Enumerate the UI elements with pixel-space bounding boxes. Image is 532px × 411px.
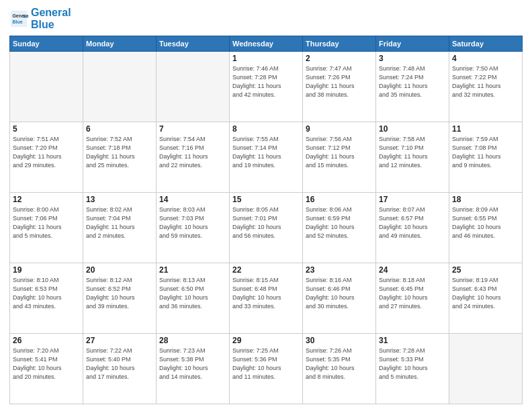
- day-number: 1: [232, 54, 300, 63]
- calendar-cell: 30Sunrise: 7:26 AM Sunset: 5:35 PM Dayli…: [303, 334, 376, 404]
- day-number: 28: [159, 336, 226, 345]
- day-number: 20: [86, 265, 153, 275]
- day-number: 8: [232, 124, 300, 134]
- day-number: 13: [86, 195, 153, 204]
- calendar-cell: 5Sunrise: 7:51 AM Sunset: 7:20 PM Daylig…: [10, 122, 83, 193]
- day-info: Sunrise: 7:26 AM Sunset: 5:35 PM Dayligh…: [306, 347, 373, 381]
- calendar-cell: 27Sunrise: 7:22 AM Sunset: 5:40 PM Dayli…: [83, 334, 157, 404]
- calendar-cell: 9Sunrise: 7:56 AM Sunset: 7:12 PM Daylig…: [303, 122, 376, 193]
- weekday-header: Monday: [83, 36, 157, 52]
- calendar-cell: 18Sunrise: 8:09 AM Sunset: 6:55 PM Dayli…: [449, 193, 523, 263]
- calendar-cell: 2Sunrise: 7:47 AM Sunset: 7:26 PM Daylig…: [303, 52, 376, 122]
- day-number: 10: [379, 124, 446, 134]
- calendar-cell: 25Sunrise: 8:19 AM Sunset: 6:43 PM Dayli…: [449, 263, 523, 334]
- day-info: Sunrise: 7:48 AM Sunset: 7:24 PM Dayligh…: [379, 64, 446, 99]
- calendar-cell: 19Sunrise: 8:10 AM Sunset: 6:53 PM Dayli…: [10, 263, 83, 334]
- day-info: Sunrise: 7:23 AM Sunset: 5:38 PM Dayligh…: [159, 347, 226, 381]
- day-info: Sunrise: 8:13 AM Sunset: 6:50 PM Dayligh…: [159, 276, 226, 311]
- day-info: Sunrise: 7:59 AM Sunset: 7:08 PM Dayligh…: [452, 135, 519, 170]
- calendar-cell: 3Sunrise: 7:48 AM Sunset: 7:24 PM Daylig…: [376, 52, 449, 122]
- day-info: Sunrise: 7:50 AM Sunset: 7:22 PM Dayligh…: [452, 64, 519, 99]
- day-number: 21: [159, 265, 226, 275]
- day-info: Sunrise: 8:12 AM Sunset: 6:52 PM Dayligh…: [86, 276, 153, 311]
- day-info: Sunrise: 7:56 AM Sunset: 7:12 PM Dayligh…: [306, 135, 373, 170]
- calendar-cell: [10, 52, 83, 122]
- weekday-header: Wednesday: [230, 36, 303, 52]
- day-number: 7: [159, 124, 226, 134]
- day-info: Sunrise: 7:22 AM Sunset: 5:40 PM Dayligh…: [86, 347, 153, 381]
- calendar-cell: 4Sunrise: 7:50 AM Sunset: 7:22 PM Daylig…: [449, 52, 523, 122]
- calendar-cell: 31Sunrise: 7:28 AM Sunset: 5:33 PM Dayli…: [376, 334, 449, 404]
- logo: General Blue GeneralBlue: [9, 7, 71, 30]
- day-info: Sunrise: 7:47 AM Sunset: 7:26 PM Dayligh…: [306, 64, 373, 99]
- day-info: Sunrise: 7:58 AM Sunset: 7:10 PM Dayligh…: [379, 135, 446, 170]
- calendar-cell: [449, 334, 523, 404]
- day-info: Sunrise: 8:00 AM Sunset: 7:06 PM Dayligh…: [13, 205, 80, 240]
- day-number: 18: [452, 195, 519, 204]
- calendar-cell: 10Sunrise: 7:58 AM Sunset: 7:10 PM Dayli…: [376, 122, 449, 193]
- day-number: 11: [452, 124, 519, 134]
- day-info: Sunrise: 7:51 AM Sunset: 7:20 PM Dayligh…: [13, 135, 80, 170]
- day-number: 17: [379, 195, 446, 204]
- calendar-cell: 26Sunrise: 7:20 AM Sunset: 5:41 PM Dayli…: [10, 334, 83, 404]
- day-info: Sunrise: 8:16 AM Sunset: 6:46 PM Dayligh…: [306, 276, 373, 311]
- weekday-header: Tuesday: [157, 36, 230, 52]
- calendar-cell: 7Sunrise: 7:54 AM Sunset: 7:16 PM Daylig…: [157, 122, 230, 193]
- day-number: 25: [452, 265, 519, 275]
- day-info: Sunrise: 7:54 AM Sunset: 7:16 PM Dayligh…: [159, 135, 226, 170]
- calendar-cell: 29Sunrise: 7:25 AM Sunset: 5:36 PM Dayli…: [230, 334, 303, 404]
- day-number: 6: [86, 124, 153, 134]
- day-number: 14: [159, 195, 226, 204]
- day-number: 24: [379, 265, 446, 275]
- day-number: 19: [13, 265, 80, 275]
- day-number: 4: [452, 54, 519, 63]
- day-info: Sunrise: 7:52 AM Sunset: 7:18 PM Dayligh…: [86, 135, 153, 170]
- day-info: Sunrise: 8:10 AM Sunset: 6:53 PM Dayligh…: [13, 276, 80, 311]
- day-number: 12: [13, 195, 80, 204]
- day-number: 26: [13, 336, 80, 345]
- page: General Blue GeneralBlue SundayMondayTue…: [0, 0, 532, 411]
- day-number: 2: [306, 54, 373, 63]
- day-info: Sunrise: 7:28 AM Sunset: 5:33 PM Dayligh…: [379, 347, 446, 381]
- day-number: 31: [379, 336, 446, 345]
- calendar-cell: 14Sunrise: 8:03 AM Sunset: 7:03 PM Dayli…: [157, 193, 230, 263]
- day-number: 5: [13, 124, 80, 134]
- day-number: 15: [232, 195, 300, 204]
- day-info: Sunrise: 8:07 AM Sunset: 6:57 PM Dayligh…: [379, 205, 446, 240]
- day-info: Sunrise: 8:15 AM Sunset: 6:48 PM Dayligh…: [232, 276, 300, 311]
- day-info: Sunrise: 8:06 AM Sunset: 6:59 PM Dayligh…: [306, 205, 373, 240]
- day-info: Sunrise: 8:02 AM Sunset: 7:04 PM Dayligh…: [86, 205, 153, 240]
- calendar-cell: 21Sunrise: 8:13 AM Sunset: 6:50 PM Dayli…: [157, 263, 230, 334]
- calendar-cell: 16Sunrise: 8:06 AM Sunset: 6:59 PM Dayli…: [303, 193, 376, 263]
- day-number: 9: [306, 124, 373, 134]
- weekday-header: Saturday: [449, 36, 523, 52]
- day-number: 27: [86, 336, 153, 345]
- calendar-cell: 24Sunrise: 8:18 AM Sunset: 6:45 PM Dayli…: [376, 263, 449, 334]
- day-info: Sunrise: 8:03 AM Sunset: 7:03 PM Dayligh…: [159, 205, 226, 240]
- logo-icon: General Blue: [9, 9, 28, 28]
- day-number: 3: [379, 54, 446, 63]
- calendar-cell: [83, 52, 157, 122]
- calendar-cell: 12Sunrise: 8:00 AM Sunset: 7:06 PM Dayli…: [10, 193, 83, 263]
- day-info: Sunrise: 7:46 AM Sunset: 7:28 PM Dayligh…: [232, 64, 300, 99]
- calendar-cell: 8Sunrise: 7:55 AM Sunset: 7:14 PM Daylig…: [230, 122, 303, 193]
- day-number: 29: [232, 336, 300, 345]
- day-number: 22: [232, 265, 300, 275]
- day-info: Sunrise: 8:05 AM Sunset: 7:01 PM Dayligh…: [232, 205, 300, 240]
- calendar-cell: 11Sunrise: 7:59 AM Sunset: 7:08 PM Dayli…: [449, 122, 523, 193]
- weekday-header: Sunday: [10, 36, 83, 52]
- calendar-cell: 6Sunrise: 7:52 AM Sunset: 7:18 PM Daylig…: [83, 122, 157, 193]
- calendar-cell: 23Sunrise: 8:16 AM Sunset: 6:46 PM Dayli…: [303, 263, 376, 334]
- calendar-cell: 20Sunrise: 8:12 AM Sunset: 6:52 PM Dayli…: [83, 263, 157, 334]
- weekday-header: Thursday: [303, 36, 376, 52]
- calendar-cell: 13Sunrise: 8:02 AM Sunset: 7:04 PM Dayli…: [83, 193, 157, 263]
- header: General Blue GeneralBlue: [9, 7, 523, 30]
- day-number: 30: [306, 336, 373, 345]
- calendar-cell: [157, 52, 230, 122]
- calendar-cell: 17Sunrise: 8:07 AM Sunset: 6:57 PM Dayli…: [376, 193, 449, 263]
- calendar-cell: 15Sunrise: 8:05 AM Sunset: 7:01 PM Dayli…: [230, 193, 303, 263]
- day-info: Sunrise: 8:18 AM Sunset: 6:45 PM Dayligh…: [379, 276, 446, 311]
- day-info: Sunrise: 8:09 AM Sunset: 6:55 PM Dayligh…: [452, 205, 519, 240]
- svg-text:Blue: Blue: [12, 19, 22, 24]
- day-info: Sunrise: 7:25 AM Sunset: 5:36 PM Dayligh…: [232, 347, 300, 381]
